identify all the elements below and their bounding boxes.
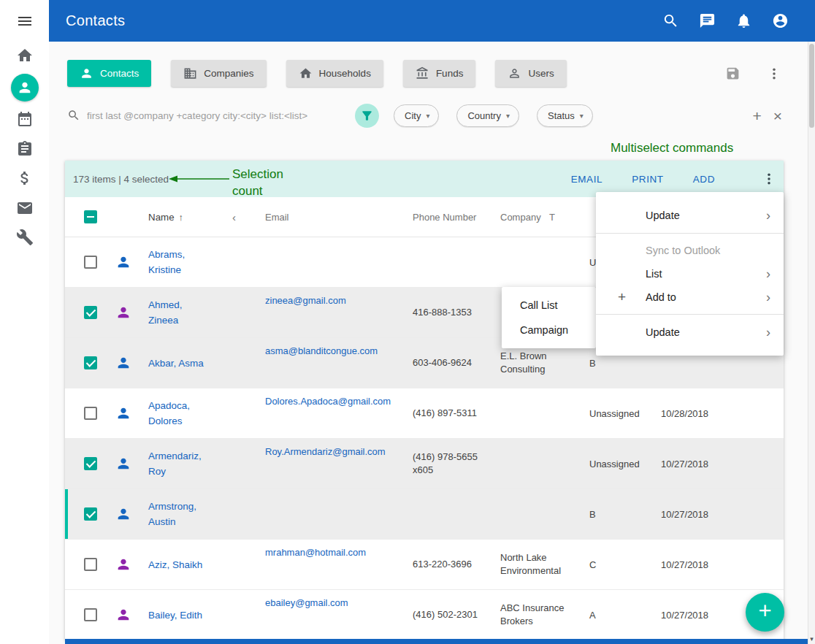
tab-label: Funds xyxy=(436,68,464,79)
menu-item-update-bottom[interactable]: Update › xyxy=(596,315,784,350)
contact-avatar-icon xyxy=(115,506,131,522)
table-row[interactable]: Armstrong, Austin B 10/27/2018 xyxy=(65,489,784,540)
view-more-icon[interactable] xyxy=(767,66,781,81)
menu-item-list[interactable]: List › xyxy=(596,262,784,285)
chip-label: Country xyxy=(467,110,501,121)
contact-name-link[interactable]: Aziz, Shaikh xyxy=(148,557,202,572)
sidebar-item-mail-icon[interactable] xyxy=(15,199,34,218)
table-row[interactable]: Apadoca, Dolores Dolores.Apadoca@gmail.c… xyxy=(65,388,784,439)
collapse-column-icon[interactable]: ‹ xyxy=(232,211,236,223)
sidebar-item-money-icon[interactable] xyxy=(15,169,34,188)
account-icon[interactable] xyxy=(772,12,789,29)
sidebar-item-tools-icon[interactable] xyxy=(15,228,34,247)
contact-name-link[interactable]: Armstrong, Austin xyxy=(148,499,211,529)
chip-country[interactable]: Country ▾ xyxy=(456,104,519,127)
add-contact-fab[interactable]: + xyxy=(746,593,784,632)
contact-phone xyxy=(413,257,500,268)
column-header-name[interactable]: Name ↑ xyxy=(148,212,183,223)
annotation-line: count xyxy=(232,183,283,199)
contact-name-link[interactable]: Apadoca, Dolores xyxy=(148,398,211,429)
contact-phone: (416) 502-2301 xyxy=(413,608,500,621)
menu-item-label: Update xyxy=(646,210,680,221)
column-header-phone[interactable]: Phone Number xyxy=(413,212,476,223)
column-header-email[interactable]: Email xyxy=(265,212,289,223)
notifications-icon[interactable] xyxy=(735,12,752,29)
menu-item-label: Update xyxy=(646,326,680,338)
chevron-down-icon: ▾ xyxy=(426,112,429,120)
table-row[interactable]: Bailey, Edith ebailey@gmail.com (416) 50… xyxy=(65,590,784,640)
menu-item-sync-to-outlook: Sync to Outlook xyxy=(596,239,784,262)
print-button[interactable]: PRINT xyxy=(632,174,664,185)
contact-date: 10/28/2018 xyxy=(661,408,741,419)
building-icon xyxy=(183,66,197,80)
column-header-company[interactable]: Company xyxy=(500,212,541,223)
sidebar-item-tasks-icon[interactable] xyxy=(15,139,34,158)
home-icon xyxy=(299,66,313,80)
menu-item-add-to[interactable]: + Add to › xyxy=(596,285,784,309)
vertical-scrollbar[interactable]: ▾ xyxy=(808,42,815,644)
sidebar-item-contacts-icon[interactable] xyxy=(11,74,39,101)
scrollbar-thumb[interactable] xyxy=(809,44,814,128)
chip-status[interactable]: Status ▾ xyxy=(537,104,593,127)
row-checkbox[interactable] xyxy=(84,558,97,571)
tab-users[interactable]: Users xyxy=(495,60,566,87)
contact-email: ebailey@gmail.com xyxy=(265,597,413,608)
contact-name-link[interactable]: Abrams, Kristine xyxy=(148,247,211,277)
contact-name-link[interactable]: Bailey, Edith xyxy=(148,607,202,623)
contact-phone: 603-406-9624 xyxy=(413,356,500,369)
search-icon[interactable] xyxy=(662,12,679,29)
submenu-item-call-list[interactable]: Call List xyxy=(502,293,596,318)
contact-phone: (416) 978-5655 x605 xyxy=(413,451,500,477)
add-to-submenu: Call List Campaign xyxy=(502,287,596,348)
row-checkbox[interactable] xyxy=(84,507,97,521)
table-row[interactable]: Armendariz, Roy Roy.Armendariz@gmail.com… xyxy=(65,439,784,489)
search-row: City ▾ Country ▾ Status ▾ + × xyxy=(67,103,784,128)
hamburger-menu-icon[interactable] xyxy=(15,12,34,31)
select-all-checkbox[interactable] xyxy=(84,210,97,223)
scroll-down-icon[interactable]: ▾ xyxy=(808,635,815,644)
contact-date: 10/27/2018 xyxy=(661,559,741,570)
contact-email: Roy.Armendariz@gmail.com xyxy=(265,446,413,457)
filter-icon[interactable] xyxy=(355,104,379,128)
contact-name-link[interactable]: Ahmed, Zineea xyxy=(148,297,211,328)
chip-city[interactable]: City ▾ xyxy=(394,104,439,127)
email-button[interactable]: EMAIL xyxy=(571,174,603,185)
row-checkbox[interactable] xyxy=(84,356,97,369)
tab-households[interactable]: Households xyxy=(286,60,383,87)
contact-name-link[interactable]: Armendariz, Roy xyxy=(148,448,211,479)
submenu-item-campaign[interactable]: Campaign xyxy=(502,318,596,342)
sidebar-item-home-icon[interactable] xyxy=(15,46,34,65)
row-checkbox[interactable] xyxy=(84,457,97,470)
multiselect-more-icon[interactable] xyxy=(762,172,776,186)
table-row[interactable]: Aziz, Shaikh mrahman@hotmail.com 613-220… xyxy=(65,540,784,590)
contact-avatar-icon xyxy=(115,405,131,421)
bank-icon xyxy=(416,66,429,80)
contact-email: zineea@gmail.com xyxy=(265,295,413,306)
row-checkbox[interactable] xyxy=(84,306,97,319)
contact-tag: B xyxy=(589,358,661,369)
tab-contacts[interactable]: Contacts xyxy=(67,60,151,87)
contact-tag: Unassigned xyxy=(589,459,661,469)
tab-companies[interactable]: Companies xyxy=(171,60,266,87)
tab-label: Households xyxy=(319,68,371,79)
row-checkbox[interactable] xyxy=(84,256,97,269)
chevron-down-icon: ▾ xyxy=(506,112,510,120)
add-button[interactable]: ADD xyxy=(693,174,715,185)
menu-item-update[interactable]: Update › xyxy=(596,198,784,233)
chat-icon[interactable] xyxy=(699,12,716,29)
save-view-icon[interactable] xyxy=(725,66,741,81)
clear-search-icon[interactable]: × xyxy=(773,108,782,123)
tab-funds[interactable]: Funds xyxy=(403,60,476,87)
row-checkbox[interactable] xyxy=(84,608,97,621)
sidebar-item-calendar-icon[interactable] xyxy=(15,110,34,129)
page-title: Contacts xyxy=(66,12,125,29)
entity-tabs: Contacts Companies Households Funds User… xyxy=(67,60,567,87)
contact-name-link[interactable]: Akbar, Asma xyxy=(148,356,204,371)
contact-company xyxy=(500,408,589,419)
chevron-down-icon: ▾ xyxy=(580,112,583,120)
add-filter-icon[interactable]: + xyxy=(752,108,761,123)
menu-item-label: Add to xyxy=(646,291,676,303)
footer-bar xyxy=(65,639,808,644)
search-input[interactable] xyxy=(87,110,346,121)
row-checkbox[interactable] xyxy=(84,407,97,420)
